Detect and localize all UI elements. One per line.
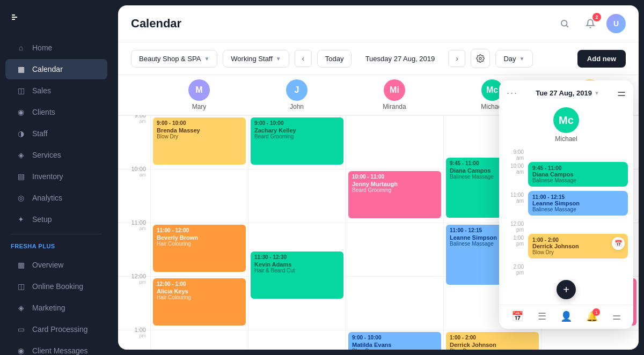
time-slot-11am: 11:00 am: [118, 223, 150, 276]
user-avatar[interactable]: U: [606, 14, 626, 33]
mobile-panel-footer: 📅 ☰ 👤 🔔 1 ⚌: [499, 305, 633, 324]
more-options-button[interactable]: ···: [507, 87, 518, 99]
sidebar-item-label: Client Messages: [32, 346, 88, 355]
sidebar-item-label: Card Processing: [32, 325, 88, 334]
mobile-time-row-11am: 11:00am 11:00 - 12:15 Leanne Simpson Bal…: [499, 190, 633, 219]
shop-label: Beauty Shop & SPA: [139, 55, 201, 63]
appointment-derrick-johnson[interactable]: 1:00 - 2:00 Derrick Johnson Blow Dry: [446, 332, 539, 350]
mobile-panel-date: Tue 27 Aug, 2019 ▼: [536, 89, 599, 97]
time-period: pm: [139, 279, 146, 285]
sidebar-item-services[interactable]: ◈ Services: [5, 145, 107, 165]
time-label: 2:00pm: [504, 262, 524, 276]
mobile-time-row-10am: 10:00am 9:45 - 11:00 Diana Campos Baline…: [499, 161, 633, 190]
add-new-button[interactable]: Add new: [577, 50, 626, 68]
appt-service: Hair Colouring: [157, 294, 242, 300]
sidebar-item-marketing[interactable]: ◈ Marketing: [5, 298, 107, 318]
filter-button[interactable]: ⚌: [617, 87, 626, 99]
time-label: 12:00: [131, 273, 146, 279]
mobile-time-grid: 9:00am 10:00am 9:45 - 11:00 Diana Campos…: [499, 147, 633, 276]
staff-column-mary: M Mary: [150, 79, 248, 110]
svg-rect-2: [12, 19, 15, 20]
sidebar-item-analytics[interactable]: ◎ Analytics: [5, 188, 107, 208]
grid-row: [151, 169, 248, 223]
list-footer-icon[interactable]: ☰: [538, 310, 546, 322]
sidebar-divider: [11, 234, 102, 234]
appointment-matilda-evans[interactable]: 9:00 - 10:00 Matilda Evans Blow Dry: [348, 332, 441, 350]
sidebar-item-staff[interactable]: ◑ Staff: [5, 123, 107, 144]
sidebar-item-label: Setup: [32, 215, 52, 224]
time-period: am: [139, 119, 146, 124]
shop-dropdown[interactable]: Beauty Shop & SPA ▼: [131, 50, 217, 68]
sidebar-item-card-processing[interactable]: ▭ Card Processing: [5, 319, 107, 339]
notification-button[interactable]: 2: [581, 14, 600, 33]
mobile-time-row-12pm: 12:00pm: [499, 219, 633, 233]
sidebar-item-overview[interactable]: ▦ Overview: [5, 255, 107, 275]
search-button[interactable]: [555, 14, 574, 33]
appt-name: Beverly Brown: [157, 234, 242, 241]
sidebar-item-setup[interactable]: ✦ Setup: [5, 209, 107, 230]
add-appointment-fab[interactable]: +: [557, 280, 576, 299]
menu-footer-icon[interactable]: ⚌: [612, 310, 621, 322]
appt-time: 1:00 - 2:00: [532, 237, 609, 243]
appt-time: 9:00 - 10:00: [157, 120, 242, 126]
chevron-down-icon: ▼: [519, 56, 525, 62]
appt-service: Beard Grooming: [254, 134, 340, 139]
sidebar-item-client-messages[interactable]: ◉ Client Messages: [5, 341, 107, 355]
sidebar-item-label: Inventory: [32, 172, 63, 181]
appointment-kevin-adams[interactable]: 11:30 - 12:30 Kevin Adams Hair & Beard C…: [251, 252, 343, 299]
sidebar-item-clients[interactable]: ◉ Clients: [5, 102, 107, 122]
appointment-brenda-massey[interactable]: 9:00 - 10:00 Brenda Massey Blow Dry: [153, 117, 246, 165]
client-messages-icon: ◉: [16, 346, 26, 355]
appt-time: 11:00 - 12:15: [532, 194, 624, 200]
appt-name: Derrick Johnson: [450, 342, 535, 348]
time-label: 1:00: [135, 327, 146, 333]
clients-icon: ◉: [16, 107, 26, 117]
avatar: Mi: [384, 79, 405, 101]
grid-row: [541, 330, 639, 350]
sidebar-item-calendar[interactable]: ▦ Calendar: [5, 59, 107, 79]
time-slot-12pm: 12:00 pm: [118, 276, 150, 330]
mobile-staff-name: Michael: [555, 135, 577, 143]
sidebar-item-label: Overview: [32, 261, 63, 269]
today-button[interactable]: Today: [317, 50, 352, 68]
sidebar-item-online-booking[interactable]: ◫ Online Booking: [5, 276, 107, 297]
mobile-appts: [528, 219, 628, 221]
sidebar-item-home[interactable]: ⌂ Home: [5, 38, 107, 58]
mobile-appointment-leanne-simpson[interactable]: 11:00 - 12:15 Leanne Simpson Balinese Ma…: [528, 191, 628, 216]
time-slot-1pm: 1:00 pm: [118, 330, 150, 350]
appt-name: Jenny Murtaugh: [352, 181, 437, 187]
chevron-down-icon: ▼: [594, 90, 599, 96]
staff-dropdown[interactable]: Working Staff ▼: [223, 50, 289, 68]
time-slot-10am: 10:00 am: [118, 169, 150, 223]
overview-icon: ▦: [16, 260, 26, 270]
appointment-zachary-kelley[interactable]: 9:00 - 10:00 Zachary Kelley Beard Groomi…: [251, 117, 343, 165]
sidebar-item-inventory[interactable]: ▤ Inventory: [5, 166, 107, 187]
mobile-appointment-derrick-johnson[interactable]: 1:00 - 2:00 Derrick Johnson Blow Dry 📅: [528, 234, 628, 258]
calendar-add-icon[interactable]: 📅: [612, 237, 625, 250]
person-footer-icon[interactable]: 👤: [560, 310, 572, 322]
notification-footer-icon[interactable]: 🔔 1: [586, 310, 598, 322]
svg-point-3: [561, 20, 567, 26]
appointment-jenny-murtaugh[interactable]: 10:00 - 11:00 Jenny Murtaugh Beard Groom…: [348, 171, 441, 218]
mobile-appointment-diana-campos[interactable]: 9:45 - 11:00 Diana Campos Balinese Massa…: [528, 162, 628, 187]
view-dropdown[interactable]: Day ▼: [495, 50, 532, 68]
page-title: Calendar: [131, 17, 181, 31]
inventory-icon: ▤: [16, 172, 26, 181]
time-label: 11:00: [131, 220, 146, 226]
svg-rect-0: [12, 14, 15, 16]
appt-time: 12:00 - 1:00: [157, 281, 242, 287]
next-day-button[interactable]: ›: [448, 50, 465, 67]
grid-row: [346, 115, 443, 169]
sidebar: ⌂ Home ▦ Calendar ◫ Sales ◉ Clients ◑ St…: [0, 0, 113, 355]
staff-name: Mary: [192, 103, 207, 110]
staff-name: John: [290, 103, 304, 110]
appointment-beverly-brown[interactable]: 11:00 - 12:00 Beverly Brown Hair Colouri…: [153, 225, 246, 272]
sidebar-item-sales[interactable]: ◫ Sales: [5, 80, 107, 101]
mobile-appts: 11:00 - 12:15 Leanne Simpson Balinese Ma…: [528, 190, 628, 219]
calendar-footer-icon[interactable]: 📅: [511, 310, 523, 322]
appointment-alicia-keys[interactable]: 12:00 - 1:00 Alicia Keys Hair Colouring: [153, 278, 246, 326]
plus-section-title: FRESHA PLUS: [0, 239, 113, 254]
settings-button[interactable]: [471, 49, 490, 68]
prev-day-button[interactable]: ‹: [295, 50, 312, 67]
calendar-toolbar: Beauty Shop & SPA ▼ Working Staff ▼ ‹ To…: [118, 42, 639, 75]
